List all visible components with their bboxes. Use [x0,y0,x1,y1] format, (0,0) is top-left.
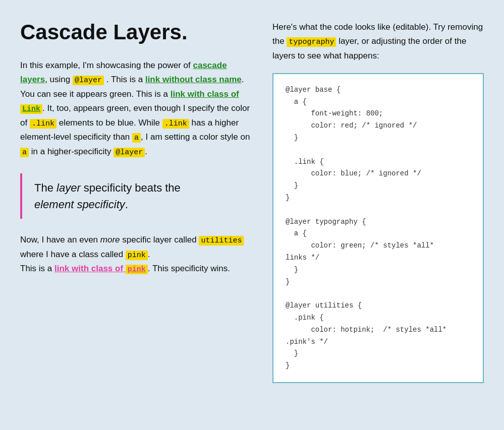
link-code-2: .link [30,119,57,129]
right-column: Here's what the code looks like (editabl… [272,20,484,383]
paragraph-1: In this example, I'm showcasing the powe… [20,58,252,159]
link-with-class-pink[interactable]: link with class of pink [54,264,148,273]
layer-code-1: @layer [73,76,104,85]
pink-code-2: pink [126,265,148,274]
link-no-class[interactable]: link without class name [145,75,242,84]
more-em: more [100,235,120,244]
intro-text: In this example, I'm showcasing the powe… [20,60,191,70]
blockquote-element-em: element specificity [34,198,125,211]
a-code-2: a [20,148,29,157]
right-description: Here's what the code looks like (editabl… [272,20,484,63]
typography-code: typography [287,37,336,47]
a-code-1: a [132,133,141,143]
left-column: Cascade Layers. In this example, I'm sho… [20,20,252,383]
blockquote: The layer specificity beats the element … [20,173,252,219]
pink-code-1: pink [126,251,148,260]
this-is-a-text: . This is a [106,75,143,84]
intro-text-block: In this example, I'm showcasing the powe… [20,58,252,276]
blockquote-text: The layer specificity beats the element … [34,179,252,213]
code-editor[interactable]: @layer base { a { font-weight: 800; colo… [272,73,484,383]
paragraph-2: Now, I have an even more specific layer … [20,233,252,276]
layer-code-2: @layer [114,148,145,157]
using-text: , using [45,75,70,84]
page-container: Cascade Layers. In this example, I'm sho… [20,20,484,383]
link-code-3: .link [162,119,189,129]
link-code-inline: Link [20,104,42,114]
blockquote-layer-em: layer [57,181,81,194]
utilities-code: utilities [199,236,244,245]
page-title: Cascade Layers. [20,20,252,44]
